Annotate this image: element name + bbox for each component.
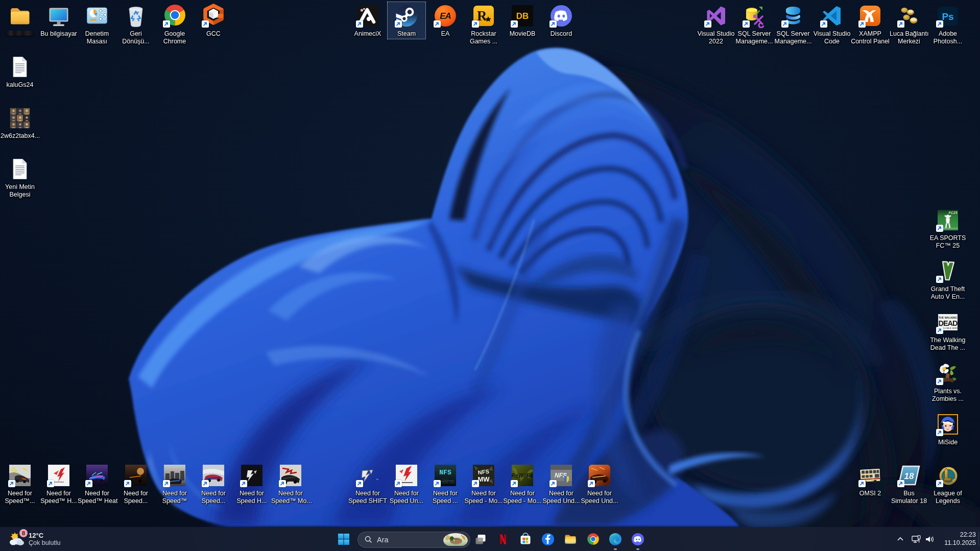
svg-text:DEAD: DEAD <box>938 319 958 327</box>
svg-text:Ps: Ps <box>942 11 953 22</box>
svg-text:MW: MW <box>477 475 490 483</box>
svg-text:18: 18 <box>904 471 914 481</box>
svg-text:FC25: FC25 <box>948 211 957 214</box>
svg-text:ReWoRk: ReWoRk <box>512 472 534 478</box>
svg-text:NFS: NFS <box>439 469 451 476</box>
svg-text:EA: EA <box>440 11 451 21</box>
svg-text:DB: DB <box>516 11 529 21</box>
svg-text:™: ™ <box>376 478 378 481</box>
svg-text:NFS: NFS <box>477 468 489 475</box>
